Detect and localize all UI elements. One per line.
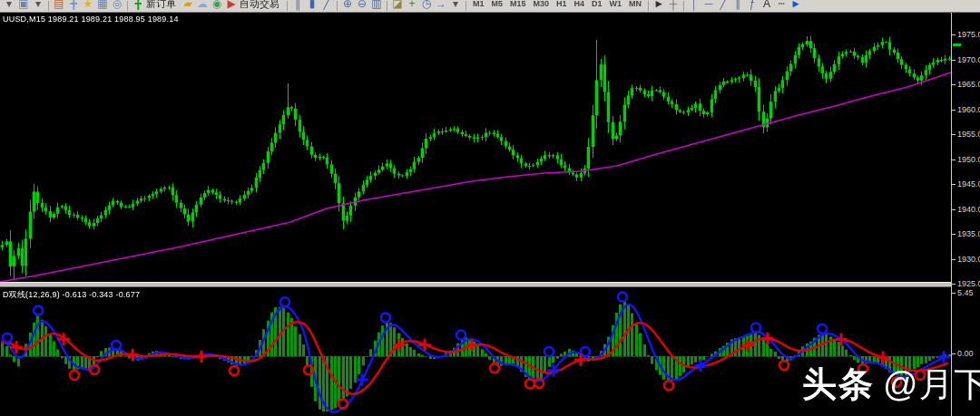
tile-windows-icon[interactable]: ▦ bbox=[95, 0, 110, 13]
watermark-handle: @月下泪 bbox=[883, 365, 980, 403]
toolbar-row: ▾▣▾▤╋★▦◎╋新订单▰☁◉▶自动交易║▮╱⊕⊖▥◪+◷→▾M1M5M15M3… bbox=[2, 0, 803, 13]
candle-chart-icon[interactable]: ▮ bbox=[305, 0, 319, 13]
indicator-axis-max-label: 5.45 bbox=[957, 288, 980, 297]
price-axis-label: 1930.00 bbox=[957, 255, 980, 264]
price-axis-tick bbox=[952, 60, 956, 61]
toolbar-separator bbox=[287, 1, 288, 11]
price-axis-tick bbox=[952, 259, 956, 260]
price-axis-tick bbox=[952, 34, 956, 35]
toolbar: ▾▣▾▤╋★▦◎╋新订单▰☁◉▶自动交易║▮╱⊕⊖▥◪+◷→▾M1M5M15M3… bbox=[0, 0, 980, 13]
price-axis-tick bbox=[952, 84, 956, 85]
text-tool-icon[interactable]: A bbox=[760, 0, 774, 13]
price-axis-tick bbox=[952, 160, 956, 160]
price-axis-label: 1975.00 bbox=[957, 30, 980, 39]
chart-window-icon[interactable]: ▤ bbox=[52, 0, 66, 13]
symbol-ohlc-info: UUSD,M15 1989.21 1989.21 1988.95 1989.14 bbox=[3, 15, 179, 24]
toolbar-separator bbox=[648, 1, 649, 11]
timeframe-button-m30[interactable]: M30 bbox=[530, 0, 554, 13]
trendline-tool-icon[interactable]: ╱ bbox=[716, 0, 730, 13]
cascade-windows-icon[interactable]: ▣ bbox=[16, 0, 31, 13]
new-order-button-icon: ╋ bbox=[131, 0, 145, 13]
timeframe-button-h1[interactable]: H1 bbox=[553, 0, 571, 13]
toolbar-separator bbox=[683, 1, 684, 11]
favorites-star-icon[interactable]: ★ bbox=[81, 0, 95, 13]
templates-icon[interactable]: ◪ bbox=[390, 0, 405, 13]
fibonacci-tool-icon[interactable]: ƒ bbox=[745, 0, 760, 13]
vertical-line-tool-icon[interactable]: │ bbox=[687, 0, 701, 13]
indicator-axis-tick bbox=[952, 293, 956, 294]
toolbar-separator bbox=[387, 1, 387, 11]
timeframe-button-h4[interactable]: H4 bbox=[571, 0, 589, 13]
price-axis-tick bbox=[952, 209, 956, 210]
indicator-axis-tick bbox=[952, 353, 956, 354]
cursor-icon[interactable]: ► bbox=[652, 0, 666, 13]
zoom-out-icon[interactable]: ⊖ bbox=[355, 0, 369, 13]
line-chart-icon[interactable]: ╱ bbox=[319, 0, 334, 13]
watermark-brand: 头条 bbox=[802, 365, 875, 403]
auto-trading-button[interactable]: ▶自动交易 bbox=[224, 0, 284, 13]
arrow-pointer-icon[interactable]: ► bbox=[789, 0, 803, 13]
timeframe-button-m1[interactable]: M1 bbox=[469, 0, 488, 13]
toolbar-separator bbox=[466, 1, 466, 11]
watermark: 头条@月下泪 bbox=[802, 364, 980, 404]
price-axis-label: 1960.00 bbox=[957, 105, 980, 114]
toolbar-separator bbox=[48, 1, 49, 11]
indicator-axis-zero-label: 0.00 bbox=[957, 349, 980, 358]
current-price-tick bbox=[953, 44, 961, 46]
gold-bar-icon[interactable]: ▰ bbox=[181, 0, 195, 13]
price-axis-label: 1945.00 bbox=[957, 179, 980, 189]
move-chart-icon[interactable]: ╋ bbox=[66, 0, 81, 13]
price-axis-label: 1970.00 bbox=[957, 55, 980, 64]
price-axis-label: 1955.00 bbox=[957, 130, 980, 139]
indicators-add-icon[interactable]: + bbox=[405, 0, 419, 13]
price-axis-label: 1940.00 bbox=[957, 205, 980, 214]
objects-tool-icon[interactable]: ┅ bbox=[774, 0, 789, 13]
price-axis-label: 1950.00 bbox=[957, 155, 980, 164]
price-axis-tick bbox=[952, 110, 956, 111]
new-order-button-label: 新订单 bbox=[146, 0, 176, 11]
zoom-window-icon[interactable]: ◎ bbox=[110, 0, 124, 13]
auto-trading-button-label: 自动交易 bbox=[240, 0, 279, 11]
signal-icon[interactable]: ◉ bbox=[210, 0, 224, 13]
timeframe-button-mn[interactable]: MN bbox=[625, 0, 645, 13]
indicator-label: D双线(12,26,9) -0.613 -0.343 -0.677 bbox=[3, 289, 140, 301]
chart-shift-icon[interactable]: → bbox=[434, 0, 448, 13]
panel-separator[interactable] bbox=[0, 282, 980, 287]
timeframe-button-m5[interactable]: M5 bbox=[488, 0, 507, 13]
price-axis-label: 1965.00 bbox=[957, 80, 980, 89]
timeframe-button-d1[interactable]: D1 bbox=[588, 0, 606, 13]
price-axis[interactable]: 5.45 0.00 1975.001970.001965.001960.0019… bbox=[951, 13, 980, 416]
timeframe-button-w1[interactable]: W1 bbox=[606, 0, 626, 13]
price-axis-label: 1925.00 bbox=[957, 279, 980, 288]
profile-caret-icon[interactable]: ▾ bbox=[2, 0, 16, 13]
new-order-button[interactable]: ╋新订单 bbox=[131, 0, 181, 13]
main-chart-canvas[interactable] bbox=[0, 13, 951, 283]
price-axis-tick bbox=[952, 184, 956, 185]
toolbar-separator bbox=[337, 1, 338, 11]
price-axis-tick bbox=[952, 134, 956, 135]
price-axis-tick bbox=[952, 234, 956, 235]
horizontal-line-tool-icon[interactable]: ─ bbox=[701, 0, 716, 13]
dropdown-caret-icon[interactable]: ▾ bbox=[31, 0, 45, 13]
publish-icon[interactable]: ☁ bbox=[195, 0, 210, 13]
terminal-window: ▾▣▾▤╋★▦◎╋新订单▰☁◉▶自动交易║▮╱⊕⊖▥◪+◷→▾M1M5M15M3… bbox=[0, 0, 980, 416]
zoom-in-icon[interactable]: ⊕ bbox=[340, 0, 355, 13]
more-caret-icon[interactable]: ▾ bbox=[448, 0, 463, 13]
auto-trading-button-icon: ▶ bbox=[224, 0, 239, 13]
timeframe-button-m15[interactable]: M15 bbox=[506, 0, 530, 13]
periods-clock-icon[interactable]: ◷ bbox=[419, 0, 434, 13]
channel-tool-icon[interactable]: ∥ bbox=[730, 0, 745, 13]
toolbar-separator bbox=[127, 1, 128, 11]
price-axis-label: 1935.00 bbox=[957, 229, 980, 238]
bar-chart-icon[interactable]: ║ bbox=[290, 0, 305, 13]
arrange-windows-icon[interactable]: ▥ bbox=[369, 0, 384, 13]
price-axis-tick bbox=[952, 284, 956, 285]
crosshair-icon[interactable]: ┼ bbox=[666, 0, 681, 13]
